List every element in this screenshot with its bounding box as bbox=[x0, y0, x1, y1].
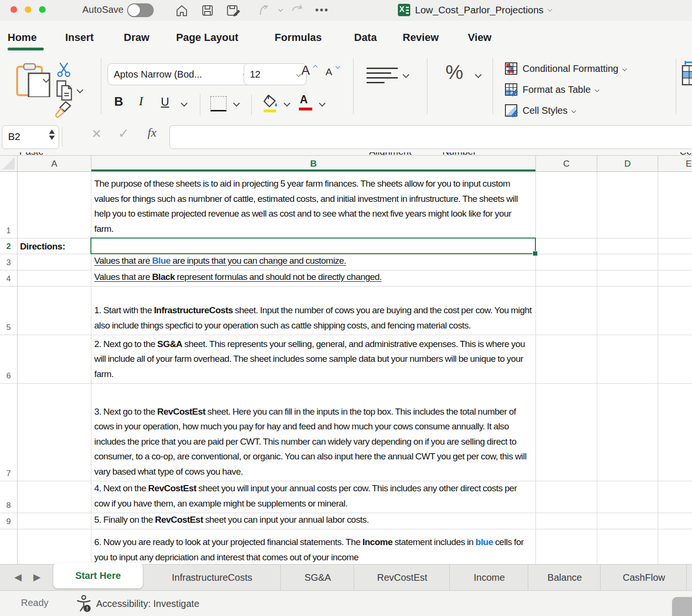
prev-sheet-arrow-icon[interactable]: ◀ bbox=[14, 571, 21, 583]
underline-button[interactable]: U bbox=[161, 95, 169, 109]
view-controls-button[interactable] bbox=[672, 597, 692, 616]
cell-E[interactable] bbox=[658, 529, 692, 565]
ribbon-tab-draw[interactable]: Draw bbox=[124, 31, 149, 44]
sheet-tab-balance[interactable]: Balance bbox=[529, 565, 601, 591]
cell-E7[interactable] bbox=[658, 384, 692, 481]
format-painter-button[interactable] bbox=[54, 101, 74, 118]
cell-D2[interactable] bbox=[597, 238, 658, 254]
alignment-button[interactable] bbox=[366, 68, 398, 87]
italic-button[interactable]: I bbox=[139, 94, 143, 109]
column-header-B[interactable]: B bbox=[91, 156, 536, 172]
column-header-A[interactable]: A bbox=[18, 156, 91, 172]
font-color-button[interactable]: A bbox=[300, 93, 308, 106]
cell-E1[interactable] bbox=[658, 172, 692, 238]
cell-A6[interactable] bbox=[18, 335, 91, 384]
grow-font-button[interactable]: A bbox=[301, 63, 310, 78]
cell-A1[interactable] bbox=[18, 172, 91, 238]
cell-A4[interactable] bbox=[18, 270, 91, 287]
cell-A5[interactable] bbox=[18, 287, 91, 335]
cell-E3[interactable] bbox=[658, 254, 692, 270]
number-chevron-icon[interactable] bbox=[475, 71, 482, 78]
cell-B6[interactable]: 2. Next go to the SG&A sheet. This repre… bbox=[91, 335, 536, 384]
format-as-table-button[interactable]: Format as Table bbox=[504, 83, 599, 96]
more-commands-button[interactable]: ••• bbox=[315, 4, 329, 16]
sheet-tab-revcostest[interactable]: RevCostEst bbox=[355, 565, 450, 591]
ribbon-tab-data[interactable]: Data bbox=[354, 31, 377, 44]
cell-B4[interactable]: Values that are Black represent formulas… bbox=[91, 270, 536, 287]
cell-B1[interactable]: The purpose of these sheets is to aid in… bbox=[91, 172, 536, 238]
undo-button[interactable] bbox=[256, 3, 271, 18]
row-header-2[interactable]: 2 bbox=[0, 238, 18, 254]
accessibility-status[interactable]: ! Accessibility: Investigate bbox=[75, 595, 199, 613]
underline-chevron-icon[interactable] bbox=[181, 100, 188, 107]
undo-menu-chevron-icon[interactable] bbox=[278, 7, 283, 12]
cell-C6[interactable] bbox=[536, 335, 597, 384]
column-header-C[interactable]: C bbox=[536, 156, 597, 172]
cell-C3[interactable] bbox=[536, 254, 597, 270]
borders-chevron-icon[interactable] bbox=[233, 100, 240, 107]
home-icon-button[interactable] bbox=[174, 3, 189, 18]
close-window-button[interactable] bbox=[10, 6, 17, 13]
ribbon-tab-view[interactable]: View bbox=[468, 31, 492, 44]
cell-C[interactable] bbox=[536, 529, 597, 565]
sheet-tab-infrastructurecosts[interactable]: InfrastructureCosts bbox=[144, 565, 281, 591]
sheet-tab-income[interactable]: Income bbox=[451, 565, 528, 591]
cell-E2[interactable] bbox=[658, 238, 692, 254]
save-button[interactable] bbox=[200, 3, 215, 18]
ribbon-tab-page-layout[interactable]: Page Layout bbox=[176, 31, 238, 44]
cell-E5[interactable] bbox=[658, 287, 692, 335]
ribbon-tab-insert[interactable]: Insert bbox=[65, 31, 94, 44]
cell-C7[interactable] bbox=[536, 384, 597, 481]
ribbon-tab-formulas[interactable]: Formulas bbox=[275, 31, 322, 44]
copy-chevron-icon[interactable] bbox=[77, 87, 83, 93]
cell-styles-button[interactable]: Cell Styles bbox=[504, 104, 575, 117]
cell-B5[interactable]: 1. Start with the InfrastructureCosts sh… bbox=[91, 287, 536, 335]
cell-D[interactable] bbox=[597, 529, 658, 565]
cell-D9[interactable] bbox=[597, 513, 658, 529]
sheet-tab-start-here[interactable]: Start Here bbox=[53, 563, 143, 588]
cell-A3[interactable] bbox=[18, 254, 91, 270]
conditional-formatting-button[interactable]: Conditional Formatting bbox=[504, 62, 626, 75]
column-header-D[interactable]: D bbox=[597, 156, 658, 172]
cell-A2[interactable]: Directions: bbox=[18, 238, 91, 254]
insert-function-button[interactable]: fx bbox=[148, 126, 157, 140]
borders-button[interactable] bbox=[210, 96, 227, 111]
cell-C4[interactable] bbox=[536, 270, 597, 287]
copy-button[interactable] bbox=[54, 80, 74, 101]
cut-button[interactable] bbox=[55, 61, 72, 78]
zoom-window-button[interactable] bbox=[39, 6, 46, 13]
cell-C8[interactable] bbox=[536, 481, 597, 513]
cell-A8[interactable] bbox=[18, 481, 91, 513]
cell-C2[interactable] bbox=[536, 238, 597, 254]
font-color-chevron-icon[interactable] bbox=[319, 100, 326, 107]
row-header-hidden[interactable] bbox=[0, 529, 18, 565]
cell-E8[interactable] bbox=[658, 481, 692, 513]
document-title[interactable]: Low_Cost_Parlor_Projections bbox=[415, 4, 544, 16]
cell-D6[interactable] bbox=[597, 335, 658, 384]
ribbon-tab-review[interactable]: Review bbox=[403, 31, 439, 44]
ribbon-tab-home[interactable]: Home bbox=[8, 31, 37, 44]
fill-color-chevron-icon[interactable] bbox=[284, 100, 290, 107]
cell-B[interactable]: 6. Now you are ready to look at your pro… bbox=[91, 529, 536, 565]
cancel-button[interactable]: ✕ bbox=[91, 127, 102, 141]
cell-D3[interactable] bbox=[597, 254, 658, 270]
row-header-3[interactable]: 3 bbox=[0, 254, 18, 270]
cell-E4[interactable] bbox=[658, 270, 692, 287]
select-all-corner[interactable] bbox=[0, 156, 18, 172]
cell-B7[interactable]: 3. Next go to the RevCostEst sheet. Here… bbox=[91, 384, 536, 481]
cell-C1[interactable] bbox=[536, 172, 597, 238]
cell-E9[interactable] bbox=[658, 513, 692, 529]
cell-D4[interactable] bbox=[597, 270, 658, 287]
sheet-tab-cashflow[interactable]: CashFlow bbox=[602, 565, 687, 591]
cell-A[interactable] bbox=[18, 529, 91, 565]
fill-handle[interactable] bbox=[533, 251, 538, 256]
number-format-button[interactable]: % bbox=[445, 61, 463, 84]
column-header-E[interactable]: E bbox=[658, 156, 692, 172]
row-header-1[interactable]: 1 bbox=[0, 172, 18, 238]
row-header-8[interactable]: 8 bbox=[0, 481, 18, 513]
font-name-select[interactable]: Aptos Narrow (Bod... bbox=[108, 63, 253, 85]
cell-A9[interactable] bbox=[18, 513, 91, 529]
save-as-button[interactable] bbox=[226, 3, 241, 18]
cell-D1[interactable] bbox=[597, 172, 658, 238]
enter-button[interactable]: ✓ bbox=[118, 126, 129, 141]
